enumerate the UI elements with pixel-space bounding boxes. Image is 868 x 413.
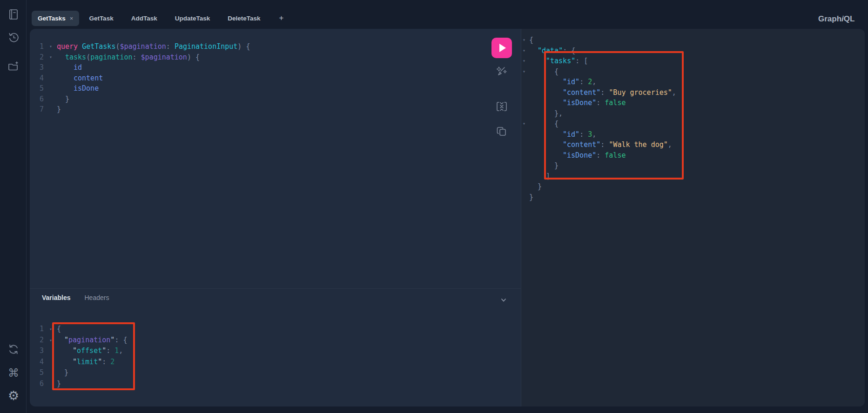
- variables-editor[interactable]: 1▾{2▾"pagination": {3"offset": 1,4"limit…: [30, 324, 486, 390]
- fold-gutter: [521, 160, 529, 171]
- code-text: {: [529, 119, 558, 129]
- code-line[interactable]: 6}: [30, 94, 486, 105]
- code-text: }: [57, 104, 61, 115]
- code-line[interactable]: 7}: [30, 104, 486, 115]
- fold-arrow-icon[interactable]: ▾: [521, 67, 529, 77]
- fold-gutter: [45, 357, 57, 368]
- code-line[interactable]: "isDone": false: [521, 150, 863, 161]
- merge-fragments-icon[interactable]: [495, 100, 509, 113]
- line-number: 6: [30, 94, 45, 105]
- play-icon: [491, 38, 512, 58]
- tab-deletetask[interactable]: DeleteTask: [228, 15, 260, 22]
- code-text: "pagination": {: [57, 335, 127, 346]
- code-text: "isDone": false: [529, 98, 626, 108]
- fold-gutter: [521, 150, 529, 161]
- code-line[interactable]: "isDone": false: [521, 98, 863, 108]
- editor-tools-divider: [30, 288, 521, 289]
- code-line[interactable]: 2▾"pagination": {: [30, 335, 486, 346]
- fold-arrow-icon[interactable]: ▾: [521, 119, 529, 129]
- fold-gutter: [45, 73, 57, 84]
- fold-gutter: [45, 379, 57, 390]
- chevron-down-icon[interactable]: [500, 297, 507, 304]
- close-tab-icon[interactable]: ×: [70, 15, 74, 21]
- code-line[interactable]: }: [521, 181, 863, 192]
- shortcuts-icon[interactable]: ⌘: [7, 366, 20, 380]
- line-number: 3: [30, 62, 45, 73]
- tab-addtask[interactable]: AddTask: [131, 15, 157, 22]
- fold-arrow-icon[interactable]: ▾: [45, 335, 57, 346]
- fold-arrow-icon[interactable]: ▾: [521, 35, 529, 46]
- response-viewer[interactable]: ▾{▾"data": {▾"tasks": [▾{"id": 2,"conten…: [521, 35, 863, 202]
- query-editor[interactable]: 1▾query GetTasks($pagination: Pagination…: [30, 41, 486, 115]
- code-text: }: [529, 181, 542, 192]
- fold-gutter: [521, 192, 529, 203]
- fold-arrow-icon[interactable]: ▾: [45, 52, 57, 63]
- docs-icon[interactable]: [7, 7, 20, 21]
- code-text: "id": 3,: [529, 129, 596, 140]
- code-text: "tasks": [: [529, 56, 588, 67]
- history-icon[interactable]: [7, 31, 20, 45]
- fold-gutter: [521, 108, 529, 119]
- copy-icon[interactable]: [495, 125, 509, 139]
- fold-gutter: [521, 77, 529, 87]
- code-line[interactable]: }: [521, 160, 863, 171]
- tab-updatetask[interactable]: UpdateTask: [175, 15, 210, 22]
- settings-icon[interactable]: ⚙: [7, 388, 20, 402]
- code-line[interactable]: ▾{: [521, 35, 863, 46]
- code-text: "id": 2,: [529, 77, 596, 87]
- code-text: {: [529, 35, 533, 46]
- code-line[interactable]: 3"offset": 1,: [30, 346, 486, 357]
- code-line[interactable]: "id": 2,: [521, 77, 863, 87]
- tab-gettasks-active[interactable]: GetTasks ×: [32, 11, 79, 26]
- fold-gutter: [45, 83, 57, 94]
- tab-gettask[interactable]: GetTask: [89, 15, 113, 22]
- fold-arrow-icon[interactable]: ▾: [45, 41, 57, 52]
- code-line[interactable]: 5isDone: [30, 83, 486, 94]
- fold-gutter: [521, 171, 529, 182]
- code-text: }: [57, 379, 61, 390]
- code-text: id: [57, 62, 82, 73]
- execute-button[interactable]: [491, 38, 512, 58]
- code-line[interactable]: }: [521, 192, 863, 203]
- fold-gutter: [45, 104, 57, 115]
- code-line[interactable]: 2▾tasks(pagination: $pagination) {: [30, 52, 486, 63]
- code-text: }: [529, 192, 533, 203]
- line-number: 1: [30, 41, 45, 52]
- code-text: ]: [529, 171, 550, 182]
- line-number: 4: [30, 357, 45, 368]
- line-number: 6: [30, 379, 45, 390]
- code-line[interactable]: ▾{: [521, 119, 863, 129]
- refetch-icon[interactable]: [7, 342, 20, 356]
- tab-headers[interactable]: Headers: [85, 294, 109, 301]
- code-line[interactable]: ▾"tasks": [: [521, 56, 863, 67]
- response-pane: ▾{▾"data": {▾"tasks": [▾{"id": 2,"conten…: [521, 29, 865, 406]
- code-line[interactable]: 4content: [30, 73, 486, 84]
- code-line[interactable]: 6}: [30, 379, 486, 390]
- code-line[interactable]: 1▾query GetTasks($pagination: Pagination…: [30, 41, 486, 52]
- code-line[interactable]: "id": 3,: [521, 129, 863, 140]
- fold-gutter: [45, 346, 57, 357]
- code-line[interactable]: ▾"data": {: [521, 46, 863, 56]
- add-tab-button[interactable]: +: [279, 13, 284, 23]
- code-line[interactable]: ]: [521, 171, 863, 182]
- code-line[interactable]: "content": "Walk the dog",: [521, 140, 863, 150]
- fold-arrow-icon[interactable]: ▾: [521, 46, 529, 56]
- code-line[interactable]: 1▾{: [30, 324, 486, 335]
- code-line[interactable]: ▾{: [521, 67, 863, 77]
- code-line[interactable]: 4"limit": 2: [30, 357, 486, 368]
- code-line[interactable]: "content": "Buy groceries",: [521, 87, 863, 98]
- fold-gutter: [521, 140, 529, 150]
- code-line[interactable]: 3id: [30, 62, 486, 73]
- prettify-icon[interactable]: [495, 63, 509, 77]
- folder-icon[interactable]: [7, 59, 20, 73]
- code-text: tasks(pagination: $pagination) {: [57, 52, 200, 63]
- graphiql-app: { "app": { "logo_graph": "Graph", "logo_…: [0, 0, 868, 413]
- code-line[interactable]: },: [521, 108, 863, 119]
- code-line[interactable]: 5}: [30, 367, 486, 379]
- main-panel: 1▾query GetTasks($pagination: Pagination…: [30, 29, 865, 406]
- fold-arrow-icon[interactable]: ▾: [521, 56, 529, 67]
- graphiql-logo: GraphiQL: [818, 14, 855, 24]
- code-text: {: [529, 67, 558, 77]
- fold-arrow-icon[interactable]: ▾: [45, 324, 57, 335]
- tab-variables[interactable]: Variables: [42, 294, 71, 301]
